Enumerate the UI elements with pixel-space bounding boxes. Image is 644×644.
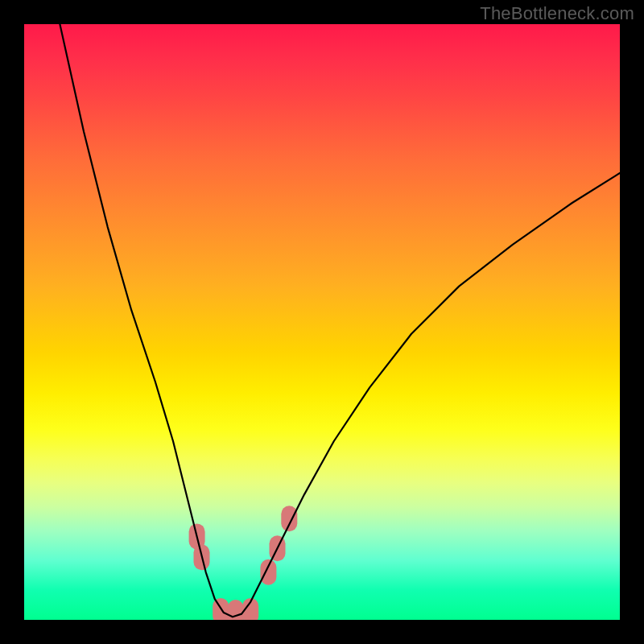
plot-area (24, 24, 620, 620)
chart-frame: TheBottleneck.com (0, 0, 644, 644)
highlight-pill (228, 600, 244, 620)
highlight-band (189, 506, 298, 620)
bottleneck-curve (60, 24, 620, 617)
highlight-pill (281, 506, 297, 531)
highlight-pill (260, 559, 276, 585)
watermark-text: TheBottleneck.com (480, 3, 634, 24)
curve-svg (24, 24, 620, 620)
